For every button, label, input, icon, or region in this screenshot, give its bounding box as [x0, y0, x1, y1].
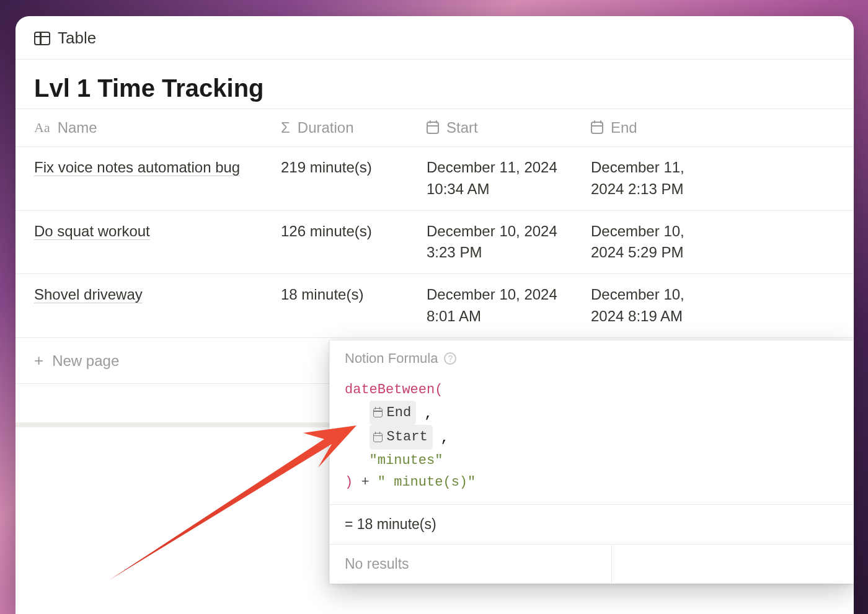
column-header-end[interactable]: End	[580, 109, 732, 147]
token-operator: +	[361, 474, 369, 490]
property-chip-end[interactable]: End	[370, 401, 417, 425]
formula-editor-header: Notion Formula ?	[330, 340, 854, 375]
calendar-icon	[373, 408, 383, 417]
property-chip-start[interactable]: Start	[370, 425, 433, 449]
formula-code-input[interactable]: dateBetween( End , Start , "minutes" ) +…	[330, 375, 854, 504]
view-tab-label: Table	[58, 29, 96, 48]
autocomplete-detail-pane	[612, 545, 854, 584]
page-link[interactable]: Shovel driveway	[34, 286, 143, 303]
token-paren: )	[345, 474, 353, 490]
cell-start[interactable]: December 11, 2024 10:34 AM	[415, 147, 580, 211]
cell-duration[interactable]: 126 minute(s)	[270, 210, 415, 274]
new-page-label: New page	[52, 352, 119, 369]
cell-end[interactable]: December 11, 2024 2:13 PM	[580, 147, 732, 211]
cell-empty[interactable]	[732, 210, 854, 274]
table-icon	[34, 32, 50, 45]
calendar-icon	[373, 433, 383, 442]
cell-start[interactable]: December 10, 2024 3:23 PM	[415, 210, 580, 274]
column-header-start-label: Start	[446, 119, 478, 136]
calendar-icon	[591, 122, 603, 134]
cell-empty[interactable]	[732, 274, 854, 338]
formula-editor-title: Notion Formula	[345, 350, 438, 367]
page-link[interactable]: Fix voice notes automation bug	[34, 159, 240, 176]
view-tab-table[interactable]: Table	[16, 16, 854, 60]
formula-result: = 18 minute(s)	[330, 504, 854, 544]
column-header-end-label: End	[611, 119, 637, 136]
table-header-row: Aa Name Σ Duration Start	[16, 109, 854, 147]
column-header-start[interactable]: Start	[415, 109, 580, 147]
column-header-duration[interactable]: Σ Duration	[270, 109, 415, 147]
token-paren: (	[435, 382, 443, 398]
cell-empty[interactable]	[732, 147, 854, 211]
cell-start[interactable]: December 10, 2024 8:01 AM	[415, 274, 580, 338]
table-row[interactable]: Fix voice notes automation bug 219 minut…	[16, 147, 854, 211]
token-string: " minute(s)"	[378, 474, 476, 490]
column-header-duration-label: Duration	[298, 119, 354, 136]
page-link[interactable]: Do squat workout	[34, 223, 150, 240]
help-icon[interactable]: ?	[444, 352, 456, 365]
calendar-icon	[427, 122, 439, 134]
result-value: 18 minute(s)	[357, 516, 436, 532]
column-header-empty[interactable]	[732, 109, 854, 147]
token-string: "minutes"	[370, 453, 443, 468]
formula-editor-popup[interactable]: Notion Formula ? dateBetween( End , Star…	[329, 340, 854, 584]
no-results-label: No results	[330, 545, 612, 584]
plus-icon: +	[34, 351, 43, 370]
cell-duration[interactable]: 219 minute(s)	[270, 147, 415, 211]
title-property-icon: Aa	[34, 120, 50, 136]
result-prefix: =	[345, 516, 353, 532]
formula-autocomplete-area: No results	[330, 544, 854, 584]
table-row[interactable]: Shovel driveway 18 minute(s) December 10…	[16, 274, 854, 338]
column-header-name-label: Name	[58, 119, 97, 136]
app-window: Table Lvl 1 Time Tracking Aa Name Σ Dura…	[16, 16, 854, 614]
formula-property-icon: Σ	[281, 119, 290, 136]
column-header-name[interactable]: Aa Name	[16, 109, 270, 147]
table-row[interactable]: Do squat workout 126 minute(s) December …	[16, 210, 854, 274]
cell-end[interactable]: December 10, 2024 8:19 AM	[580, 274, 732, 338]
database-title[interactable]: Lvl 1 Time Tracking	[16, 60, 854, 109]
cell-end[interactable]: December 10, 2024 5:29 PM	[580, 210, 732, 274]
cell-duration[interactable]: 18 minute(s)	[270, 274, 415, 338]
token-function: dateBetween	[345, 382, 435, 398]
